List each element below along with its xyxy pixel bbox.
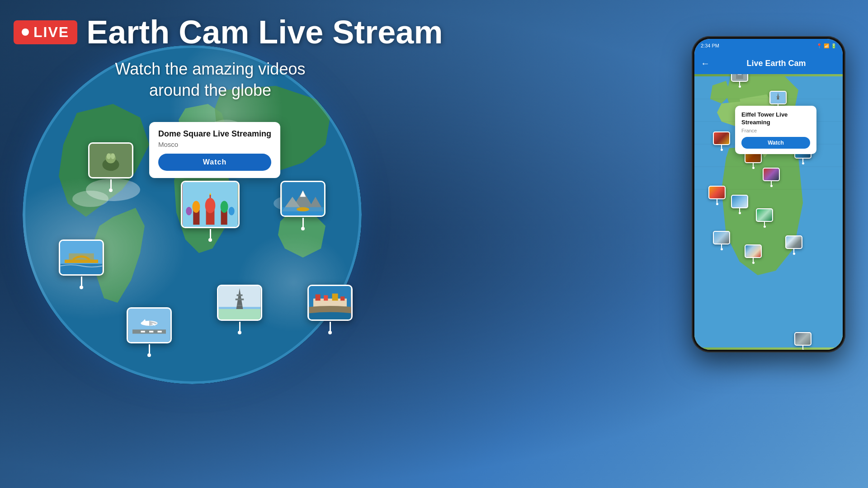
map-item-moscow[interactable] [181,181,240,242]
map-item-airport[interactable] [127,307,172,357]
svg-rect-45 [219,309,261,319]
phone-popup-watch-button[interactable]: Watch [741,137,810,149]
location-icon: 📍 [816,43,822,48]
svg-rect-49 [237,305,242,306]
svg-rect-65 [777,96,780,97]
phone-mockup: 2:34 PM 📍 📶 🔋 ← Live Earth Cam [678,36,868,443]
dome-square-popup: Dome Square Live Streaming Mosco Watch [149,122,280,178]
subtitle-line1: Watch the amazing videos [115,60,306,78]
phone-pin-landmark13-image [785,235,802,249]
svg-point-10 [107,153,111,159]
phone-nav-title: Live Earth Cam [716,59,836,68]
map-item-mountain-image [280,181,326,217]
map-item-venice-image [59,239,104,276]
phone-status-bar: 2:34 PM 📍 📶 🔋 [694,39,843,52]
svg-rect-38 [158,331,162,333]
phone-pin-landmark5[interactable] [763,168,780,187]
pin-tail-airport [149,344,150,353]
pin-dot-airport [147,353,151,357]
svg-rect-70 [738,74,742,75]
svg-rect-54 [324,295,328,300]
map-item-moscow-image [181,181,240,228]
map-item-eiffel-image [217,285,262,321]
pin-tail-moscow [210,229,211,238]
svg-rect-53 [316,295,321,301]
phone-nav-bar: ← Live Earth Cam [694,52,843,74]
pin-dot-bird [109,188,113,192]
phone-pin-landmark5-image [763,168,780,181]
popup-dome-location: Mosco [158,141,271,148]
phone-map-area: Eiffel Tower Live Streaming France Watch [694,74,843,350]
phone-screen: 2:34 PM 📍 📶 🔋 ← Live Earth Cam [694,39,843,350]
subtitle: Watch the amazing videos around the glob… [14,59,407,101]
phone-pin-landmark1-image [731,74,748,82]
phone-time: 2:34 PM [701,43,719,48]
pin-tail-mountain [302,218,304,227]
popup-dome-watch-button[interactable]: Watch [158,154,271,171]
phone-pin-landmark2[interactable] [713,131,730,151]
phone-pin-landmark9[interactable] [756,208,773,228]
phone-pin-landmark10-image [794,332,811,346]
popup-dome-title: Dome Square Live Streaming [158,129,271,139]
phone-pin-landmark11-image [713,231,730,244]
phone-popup-location: France [741,128,810,133]
phone-pin-landmark13[interactable] [785,235,802,255]
pin-dot-moscow [208,238,212,242]
svg-point-18 [221,201,228,212]
svg-rect-48 [237,295,243,296]
phone-eiffel-popup: Eiffel Tower Live Streaming France Watch [735,106,816,154]
live-badge: LIVE [14,20,77,44]
phone-popup-title: Eiffel Tower Live Streaming [741,111,810,127]
svg-point-19 [186,207,192,216]
pin-tail-eiffel [239,322,241,331]
svg-point-17 [192,201,200,212]
map-item-coast-image [307,285,353,321]
svg-rect-37 [149,331,153,333]
phone-pin-landmark12[interactable] [745,244,762,264]
phone-pin-landmark7-image [708,186,726,199]
phone-pin-landmark2-image [713,131,730,145]
pin-dot-eiffel [238,331,241,334]
subtitle-line2: around the globe [149,81,271,99]
phone-back-button[interactable]: ← [701,58,710,69]
svg-rect-25 [69,253,94,262]
svg-point-2 [72,191,108,207]
phone-pin-landmark7[interactable] [708,186,726,205]
map-item-bird-image [88,142,133,178]
phone-pin-landmark10[interactable] [794,332,811,350]
phone-pin-landmark8[interactable] [731,195,748,214]
map-item-mountain[interactable] [280,181,326,230]
svg-rect-56 [340,296,344,300]
phone-pin-landmark1-tail [739,82,740,85]
phone-pin-landmark1-dot [739,85,741,88]
phone-outer-frame: 2:34 PM 📍 📶 🔋 ← Live Earth Cam [692,36,845,352]
map-item-coast[interactable] [307,285,353,334]
phone-status-icons: 📍 📶 🔋 [816,43,836,48]
live-label: LIVE [33,24,69,41]
svg-point-11 [111,153,115,159]
map-item-airport-image [127,307,172,343]
header: LIVE Earth Cam Live Stream [14,14,443,51]
page-title: Earth Cam Live Stream [86,14,443,51]
svg-point-33 [297,207,309,211]
phone-pin-landmark9-image [756,208,773,222]
map-item-bird[interactable] [88,142,133,192]
battery-icon: 🔋 [831,43,836,48]
pin-tail-venice [81,277,82,286]
map-item-eiffel[interactable] [217,285,262,334]
phone-pin-landmark12-image [745,244,762,258]
live-indicator-dot [22,28,29,36]
wifi-icon: 📶 [824,43,829,48]
phone-pin-eiffel-image [769,91,787,104]
phone-pin-landmark1[interactable] [731,74,748,88]
svg-point-20 [229,207,235,216]
pin-dot-coast [328,331,332,334]
pin-dot-mountain [301,227,305,230]
svg-point-16 [205,198,216,213]
map-item-venice[interactable] [59,239,104,289]
svg-rect-47 [236,299,244,300]
svg-rect-55 [332,294,338,301]
pin-tail-bird [110,179,112,188]
phone-pin-landmark11[interactable] [713,231,730,250]
phone-pin-landmark8-image [731,195,748,208]
